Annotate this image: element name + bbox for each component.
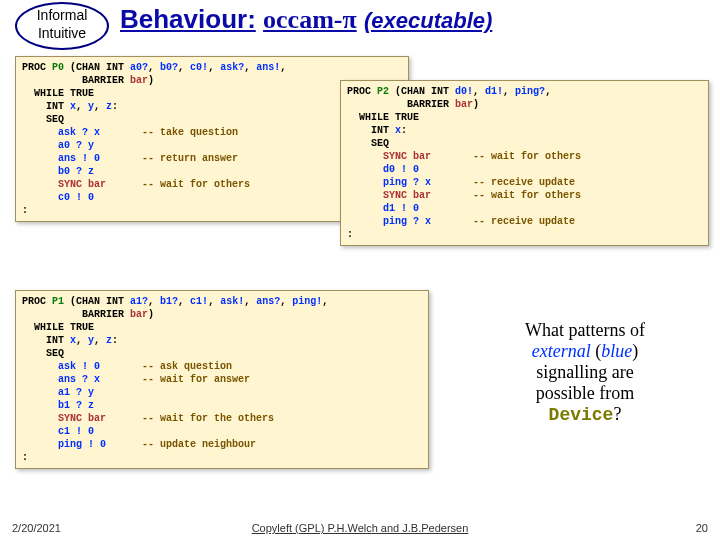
oval-line2: Intuitive bbox=[38, 25, 86, 41]
title-exec: (executable) bbox=[364, 8, 492, 33]
code-box-p1: PROC P1 (CHAN INT a1?, b1?, c1!, ask!, a… bbox=[15, 290, 429, 469]
slide-header: Informal Intuitive Behaviour: occam-π (e… bbox=[0, 0, 720, 48]
title-occam: occam-π bbox=[263, 5, 357, 34]
q-line1: What patterns of bbox=[525, 320, 645, 340]
slide-title: Behaviour: occam-π (executable) bbox=[120, 4, 492, 35]
title-word: Behaviour: bbox=[120, 4, 256, 34]
code-box-p2: PROC P2 (CHAN INT d0!, d1!, ping?, BARRI… bbox=[340, 80, 709, 246]
q-line2a: external bbox=[532, 341, 591, 361]
question-text: What patterns of external (blue) signall… bbox=[475, 320, 695, 425]
footer-copyleft: Copyleft (GPL) P.H.Welch and J.B.Pederse… bbox=[0, 522, 720, 534]
oval-badge: Informal Intuitive bbox=[15, 2, 109, 50]
q-qmark: ? bbox=[613, 404, 621, 424]
oval-line1: Informal bbox=[37, 7, 88, 23]
footer-page-number: 20 bbox=[696, 522, 708, 534]
q-line4: possible from bbox=[536, 383, 635, 403]
q-device: Device bbox=[549, 405, 614, 425]
q-line2c: blue bbox=[601, 341, 632, 361]
q-line3: signalling are bbox=[536, 362, 633, 382]
